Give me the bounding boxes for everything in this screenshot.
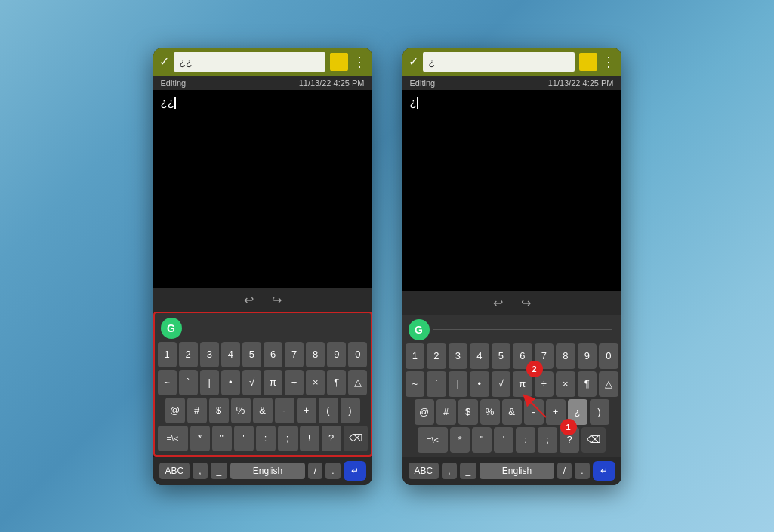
- r-key-2[interactable]: 2: [427, 343, 446, 369]
- key-asterisk[interactable]: *: [190, 426, 210, 451]
- r-key-1[interactable]: 1: [406, 343, 425, 369]
- right-english-button[interactable]: English: [480, 463, 554, 479]
- key-at[interactable]: @: [165, 398, 185, 423]
- key-4[interactable]: 4: [221, 342, 240, 367]
- key-dollar[interactable]: $: [209, 398, 229, 423]
- right-undo-icon[interactable]: ↩: [493, 296, 503, 310]
- r-key-5[interactable]: 5: [492, 343, 511, 369]
- r-key-dollar[interactable]: $: [458, 399, 478, 425]
- key-2[interactable]: 2: [179, 342, 198, 367]
- r-key-hash[interactable]: #: [436, 399, 456, 425]
- right-period-button[interactable]: .: [575, 463, 589, 479]
- left-redo-icon[interactable]: ↪: [272, 293, 282, 307]
- r-key-pipe[interactable]: |: [449, 371, 468, 397]
- key-rparen[interactable]: ): [341, 398, 360, 423]
- right-slash-button[interactable]: /: [557, 463, 572, 479]
- key-3[interactable]: 3: [200, 342, 219, 367]
- r-key-times[interactable]: ×: [556, 371, 575, 397]
- r-key-asterisk[interactable]: *: [450, 427, 470, 453]
- r-key-pi[interactable]: π 2: [513, 371, 532, 397]
- r-key-pilcrow[interactable]: ¶: [578, 371, 597, 397]
- key-hash[interactable]: #: [187, 398, 207, 423]
- key-pilcrow[interactable]: ¶: [327, 370, 346, 395]
- r-key-sqrt[interactable]: √: [492, 371, 511, 397]
- key-times[interactable]: ×: [306, 370, 325, 395]
- key-div[interactable]: ÷: [285, 370, 304, 395]
- key-9[interactable]: 9: [327, 342, 346, 367]
- right-check-icon[interactable]: ✓: [409, 54, 418, 69]
- r-key-ampersand[interactable]: &: [502, 399, 522, 425]
- key-triangle[interactable]: △: [348, 370, 367, 395]
- right-abc-button[interactable]: ABC: [409, 463, 439, 479]
- key-backspace[interactable]: ⌫: [344, 426, 368, 451]
- r-key-squote[interactable]: ': [494, 427, 513, 453]
- right-enter-button[interactable]: ↵: [593, 461, 615, 481]
- r-key-percent[interactable]: %: [480, 399, 500, 425]
- key-sqrt[interactable]: √: [242, 370, 261, 395]
- r-key-minus[interactable]: -: [524, 399, 544, 425]
- key-0[interactable]: 0: [348, 342, 367, 367]
- right-keyboard-top-row: G: [406, 318, 618, 343]
- r-key-bullet[interactable]: •: [470, 371, 489, 397]
- left-undo-icon[interactable]: ↩: [244, 293, 254, 307]
- key-question[interactable]: ?: [322, 426, 341, 451]
- key-5[interactable]: 5: [242, 342, 261, 367]
- key-7[interactable]: 7: [285, 342, 304, 367]
- key-1[interactable]: 1: [158, 342, 177, 367]
- left-comma-button[interactable]: ,: [193, 463, 207, 479]
- r-key-inverted-question[interactable]: ¿ 1: [568, 399, 587, 425]
- key-semicolon[interactable]: ;: [278, 426, 298, 451]
- key-pipe[interactable]: |: [200, 370, 219, 395]
- r-key-tilde[interactable]: ~: [406, 371, 425, 397]
- key-6[interactable]: 6: [264, 342, 282, 367]
- r-key-8[interactable]: 8: [556, 343, 575, 369]
- right-underscore-button[interactable]: _: [460, 463, 477, 479]
- r-key-colon[interactable]: :: [516, 427, 535, 453]
- key-tilde[interactable]: ~: [158, 370, 177, 395]
- r-key-9[interactable]: 9: [578, 343, 597, 369]
- r-key-at[interactable]: @: [415, 399, 434, 425]
- key-minus[interactable]: -: [275, 398, 294, 423]
- key-percent[interactable]: %: [231, 398, 251, 423]
- key-bullet[interactable]: •: [221, 370, 240, 395]
- right-comma-button[interactable]: ,: [442, 463, 456, 479]
- left-enter-button[interactable]: ↵: [344, 461, 366, 481]
- right-top-input[interactable]: [423, 52, 575, 72]
- key-plus[interactable]: +: [297, 398, 316, 423]
- r-key-semicolon[interactable]: ;: [538, 427, 557, 453]
- key-special-left[interactable]: =\<: [158, 426, 188, 451]
- key-squote[interactable]: ': [234, 426, 254, 451]
- left-period-button[interactable]: .: [325, 463, 340, 479]
- key-lparen[interactable]: (: [319, 398, 338, 423]
- left-grammarly-button[interactable]: G: [161, 318, 182, 339]
- r-key-backtick[interactable]: `: [427, 371, 446, 397]
- left-check-icon[interactable]: ✓: [159, 54, 169, 69]
- key-exclaim[interactable]: !: [300, 426, 319, 451]
- key-backtick[interactable]: `: [179, 370, 198, 395]
- r-key-4[interactable]: 4: [470, 343, 489, 369]
- right-text-area[interactable]: ¿: [402, 90, 621, 291]
- right-redo-icon[interactable]: ↪: [521, 296, 531, 310]
- left-abc-button[interactable]: ABC: [159, 463, 190, 479]
- left-english-button[interactable]: English: [230, 463, 305, 479]
- right-grammarly-button[interactable]: G: [409, 319, 430, 340]
- r-key-0[interactable]: 0: [599, 343, 618, 369]
- left-slash-button[interactable]: /: [308, 463, 322, 479]
- r-key-dquote[interactable]: ": [472, 427, 492, 453]
- left-underscore-button[interactable]: _: [211, 463, 228, 479]
- right-datetime: 11/13/22 4:25 PM: [548, 78, 614, 88]
- left-dots-icon[interactable]: ⋮: [353, 54, 366, 70]
- left-top-input[interactable]: [174, 52, 325, 72]
- r-key-rparen[interactable]: ): [590, 399, 609, 425]
- key-colon[interactable]: :: [256, 426, 276, 451]
- key-pi[interactable]: π: [264, 370, 282, 395]
- r-key-special-left[interactable]: =\<: [418, 427, 448, 453]
- key-8[interactable]: 8: [306, 342, 325, 367]
- key-ampersand[interactable]: &: [253, 398, 273, 423]
- right-dots-icon[interactable]: ⋮: [602, 54, 615, 70]
- key-dquote[interactable]: ": [212, 426, 232, 451]
- r-key-backspace[interactable]: ⌫: [581, 427, 606, 453]
- r-key-triangle[interactable]: △: [599, 371, 618, 397]
- r-key-3[interactable]: 3: [449, 343, 468, 369]
- left-text-area[interactable]: ¿¿: [153, 90, 372, 288]
